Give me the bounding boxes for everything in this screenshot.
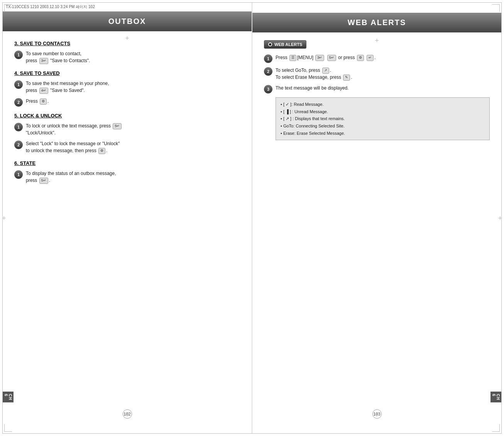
top-bar: TX-110CCES 1210 2003.12.10 3:24 PM 페이지 1… — [3, 3, 252, 12]
info-item-2: [ ▐ ] : Unread Message. — [281, 108, 485, 115]
info-item-4: GoTo: Connecting Selected Site. — [281, 122, 485, 130]
right-page: WEB ALERTS + WEB ALERTS 1 Press ☰[MENU] … — [252, 3, 501, 433]
step-text-web3: The text message will be displayed. — [276, 85, 348, 92]
step-circle-lock2: 2 — [14, 141, 23, 149]
crosshair-bottom-right: + — [375, 411, 379, 419]
step-text-web2: To select GoTo, press ↗. To select Erase… — [276, 67, 352, 81]
step-circle-lock1: 1 — [14, 123, 23, 131]
step-row-web1: 1 Press ☰[MENU] 3↵ 5↵ or press ⚙ ↵. — [264, 54, 490, 63]
crosshair-top-right: + — [375, 37, 379, 45]
step-text-state1: To display the status of an outbox messa… — [26, 170, 116, 184]
info-item-3: [ ↗ ] : Displays that text remains. — [281, 115, 485, 122]
left-page-content: 3. SAVE TO CONTACTS 1 To save number to … — [3, 35, 252, 406]
chapter-tab-right: CH6 — [490, 392, 501, 402]
step-text-1b: To save the text message in your phone, … — [26, 80, 109, 94]
web-alerts-badge: WEB ALERTS — [264, 40, 306, 49]
badge-dot — [268, 42, 272, 46]
corner-mark-tr — [492, 4, 500, 12]
step-text-2b: Press ⚙. — [26, 98, 49, 105]
step-circle-web2: 2 — [264, 67, 272, 76]
step-circle-1: 1 — [14, 51, 23, 59]
step-text-lock2: Select "Lock" to lock the message or "Un… — [26, 140, 120, 154]
step-row-state1: 1 To display the status of an outbox mes… — [14, 170, 240, 184]
crosshair-top: + — [125, 34, 129, 42]
corner-mark-br — [492, 424, 500, 432]
step-row: 1 To save the text message in your phone… — [14, 80, 240, 94]
corner-mark-tl — [4, 4, 12, 12]
crosshair-mid-left: + — [2, 214, 6, 222]
right-page-header: WEB ALERTS — [252, 13, 501, 32]
step-row-lock1: 1 To lock or unlock the text message, pr… — [14, 122, 240, 136]
step-row-web3: 3 The text message will be displayed. — [264, 85, 490, 93]
crosshair-mid-right: + — [498, 214, 502, 222]
step-circle-1b: 1 — [14, 80, 23, 89]
step-row: 1 To save number to contact, press 3↵ "S… — [14, 50, 240, 64]
left-header-title: OUTBOX — [108, 17, 146, 25]
right-page-content: WEB ALERTS 1 Press ☰[MENU] 3↵ 5↵ or pres… — [252, 36, 501, 406]
btn-menu-icon: ☰ — [289, 55, 296, 61]
badge-label-text: WEB ALERTS — [274, 42, 302, 47]
top-bar-text: TX-110CCES 1210 2003.12.10 3:24 PM 페이지 1… — [6, 5, 95, 9]
info-item-1: [ ✓ ]: Read Message. — [281, 101, 485, 108]
step-text-web1: Press ☰[MENU] 3↵ 5↵ or press ⚙ ↵. — [276, 54, 375, 61]
section-save-to-saved-title: 4. SAVE TO SAVED — [14, 70, 240, 76]
info-item-5: Erase: Erase Selected Message. — [281, 130, 485, 137]
chapter-tab-left: CH6 — [3, 392, 14, 402]
btn-erase: ✎ — [343, 75, 350, 81]
btn-save-saved: 4↵ — [39, 88, 48, 94]
btn-goto: ↗ — [322, 68, 329, 74]
step-circle-state1: 1 — [14, 170, 23, 179]
btn-state: 5↵ — [39, 178, 48, 184]
btn-end: ↵ — [367, 55, 374, 61]
btn-save-contacts: 3↵ — [39, 58, 48, 64]
left-page: TX-110CCES 1210 2003.12.10 3:24 PM 페이지 1… — [3, 3, 252, 433]
btn-3: 3↵ — [315, 55, 324, 61]
info-box: [ ✓ ]: Read Message. [ ▐ ] : Unread Mess… — [276, 97, 490, 140]
btn-5: 5↵ — [327, 55, 336, 61]
step-circle-2b: 2 — [14, 98, 23, 107]
btn-ok-saved: ⚙ — [40, 98, 47, 105]
step-text-lock1: To lock or unlock the text message, pres… — [26, 122, 122, 136]
left-page-header: OUTBOX — [3, 12, 252, 31]
section-lock-unlock-title: 5. LOCK & UNLOCK — [14, 113, 240, 119]
step-row-web2: 2 To select GoTo, press ↗. To select Era… — [264, 67, 490, 81]
btn-ok-web1: ⚙ — [357, 55, 364, 61]
crosshair-bottom-left: + — [125, 411, 129, 419]
btn-lock-unlock: 5↵ — [113, 123, 122, 129]
step-text: To save number to contact, press 3↵ "Sav… — [26, 50, 90, 64]
btn-ok-lock: ⚙ — [98, 148, 105, 154]
step-row-2b: 2 Press ⚙. — [14, 98, 240, 107]
right-topbar-spacer — [252, 3, 501, 13]
step-row-lock2: 2 Select "Lock" to lock the message or "… — [14, 140, 240, 154]
section-state-title: 6. STATE — [14, 160, 240, 166]
corner-mark-bl — [4, 424, 12, 432]
step-circle-web3: 3 — [264, 85, 272, 93]
step-circle-web1: 1 — [264, 54, 272, 63]
right-header-title: WEB ALERTS — [348, 18, 406, 27]
